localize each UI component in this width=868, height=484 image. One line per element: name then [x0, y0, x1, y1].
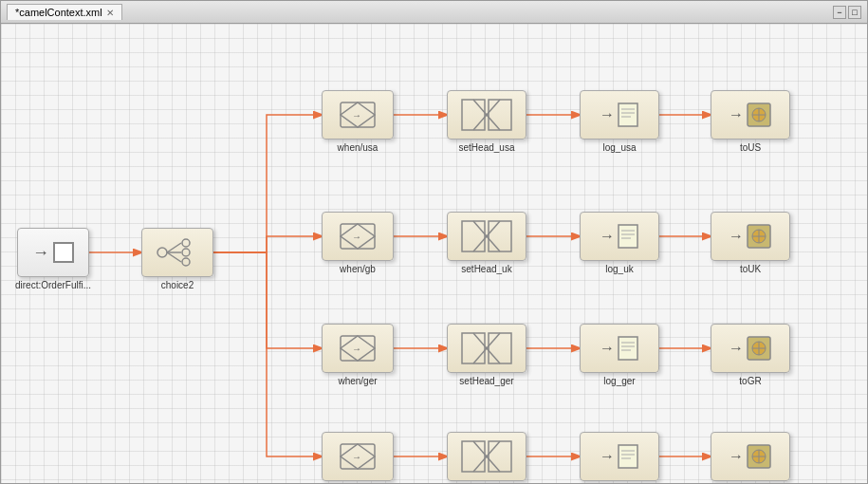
choice-icon — [142, 229, 212, 276]
sethead-uk-icon — [448, 213, 526, 260]
node-log-uk-label: log_uk — [605, 264, 633, 274]
log-usa-icon: → — [581, 91, 658, 139]
node-choice[interactable]: choice2 — [141, 228, 213, 290]
svg-point-16 — [182, 239, 190, 247]
maximize-button[interactable]: □ — [848, 6, 861, 19]
svg-line-15 — [167, 243, 181, 252]
main-window: *camelContext.xml ✕ − □ — [0, 0, 868, 484]
sethead-ger-icon — [448, 325, 526, 372]
tab-close-icon[interactable]: ✕ — [106, 8, 114, 18]
node-toUK[interactable]: → toUK — [711, 212, 790, 274]
svg-rect-65 — [619, 445, 637, 468]
svg-rect-57 — [619, 225, 637, 248]
svg-rect-44 — [489, 333, 511, 363]
node-when-usa[interactable]: → when/usa — [322, 90, 394, 153]
svg-rect-34 — [489, 100, 511, 130]
else-fr-icon: → — [323, 433, 393, 480]
node-else-fr[interactable]: → else/fr — [322, 432, 394, 483]
node-when-ger-label: when/ger — [338, 376, 377, 386]
svg-rect-38 — [462, 221, 485, 251]
node-sethead-ger-label: setHead_ger — [459, 376, 513, 386]
node-toGR[interactable]: → toGR — [711, 324, 790, 386]
node-when-gb[interactable]: → when/gb — [322, 212, 394, 274]
node-toUK-label: toUK — [740, 264, 761, 274]
node-choice-label: choice2 — [161, 280, 194, 290]
node-when-gb-label: when/gb — [340, 264, 376, 274]
svg-rect-39 — [489, 221, 511, 251]
svg-rect-49 — [489, 441, 511, 472]
svg-text:→: → — [352, 232, 361, 242]
node-toGR-label: toGR — [739, 376, 761, 386]
node-log-usa-label: log_usa — [602, 142, 636, 153]
node-log-ger-label: log_ger — [603, 376, 635, 386]
svg-rect-43 — [462, 333, 485, 363]
svg-rect-48 — [462, 441, 485, 472]
direct-icon: → — [18, 229, 88, 276]
node-toUS[interactable]: → toUS — [711, 90, 790, 153]
node-when-usa-label: when/usa — [338, 142, 379, 153]
node-direct[interactable]: → direct:OrderFulfi... — [15, 228, 91, 290]
minimize-button[interactable]: − — [833, 6, 846, 19]
svg-rect-53 — [619, 103, 637, 126]
log-uk-icon: → — [581, 213, 658, 260]
node-sethead-fr[interactable]: setHead_fr — [447, 432, 526, 483]
log-fr-icon: → — [581, 433, 658, 480]
when-ger-icon: → — [323, 325, 393, 372]
node-toFR[interactable]: → toFR — [711, 432, 790, 483]
editor-tab[interactable]: *camelContext.xml ✕ — [7, 4, 122, 20]
sethead-fr-icon — [448, 433, 526, 480]
node-log-fr[interactable]: → log_fr — [580, 432, 659, 483]
node-toUS-label: toUS — [740, 142, 761, 153]
toFR-icon: → — [711, 433, 789, 480]
node-sethead-uk-label: setHead_uk — [461, 264, 511, 274]
svg-point-18 — [182, 258, 190, 266]
node-log-ger[interactable]: → log_ger — [580, 324, 659, 386]
svg-text:→: → — [352, 110, 361, 121]
node-sethead-usa[interactable]: setHead_usa — [447, 90, 526, 153]
svg-rect-61 — [619, 337, 637, 360]
title-bar: *camelContext.xml ✕ − □ — [1, 1, 867, 24]
svg-text:→: → — [352, 452, 361, 462]
node-sethead-uk[interactable]: setHead_uk — [447, 212, 526, 274]
when-usa-icon: → — [323, 91, 393, 139]
when-gb-icon: → — [323, 213, 393, 260]
node-sethead-ger[interactable]: setHead_ger — [447, 324, 526, 386]
sethead-usa-icon — [448, 91, 526, 139]
toUK-icon: → — [711, 213, 789, 260]
svg-rect-33 — [462, 100, 485, 130]
log-ger-icon: → — [581, 325, 658, 372]
node-log-uk[interactable]: → log_uk — [580, 212, 659, 274]
title-bar-right: − □ — [833, 6, 861, 19]
svg-point-14 — [157, 248, 167, 257]
svg-point-20 — [182, 249, 190, 256]
node-when-ger[interactable]: → when/ger — [322, 324, 394, 386]
toUS-icon: → — [711, 91, 789, 139]
node-sethead-usa-label: setHead_usa — [459, 142, 515, 153]
svg-text:→: → — [352, 344, 361, 354]
svg-line-17 — [167, 252, 181, 262]
title-bar-left: *camelContext.xml ✕ — [7, 4, 122, 20]
node-log-usa[interactable]: → log_usa — [580, 90, 659, 153]
tab-title: *camelContext.xml — [15, 7, 102, 18]
diagram-canvas: → direct:OrderFulfi... — [1, 24, 867, 483]
node-direct-label: direct:OrderFulfi... — [15, 280, 91, 290]
toGR-icon: → — [711, 325, 789, 372]
